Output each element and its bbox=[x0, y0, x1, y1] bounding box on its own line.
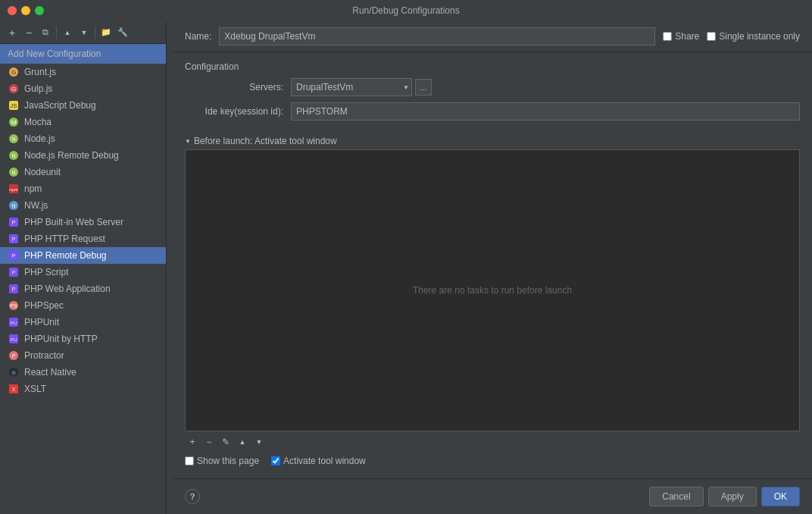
sidebar-item-xslt[interactable]: X XSLT bbox=[0, 381, 166, 397]
sidebar-list: G Grunt.js G Gulp.js JS JavaScript Debug… bbox=[0, 64, 166, 514]
before-launch-up-button[interactable]: ▲ bbox=[235, 434, 250, 450]
sidebar-item-protractor[interactable]: P Protractor bbox=[0, 347, 166, 364]
sidebar-item-mocha[interactable]: M Mocha bbox=[0, 114, 166, 130]
sidebar-item-php-builtin[interactable]: P PHP Built-in Web Server bbox=[0, 214, 166, 230]
protractor-icon: P bbox=[8, 349, 20, 362]
sidebar-item-grunt[interactable]: G Grunt.js bbox=[0, 64, 166, 80]
servers-more-button[interactable]: ... bbox=[415, 79, 432, 96]
sidebar-item-js-debug-label: JavaScript Debug bbox=[24, 100, 96, 111]
action-buttons: Cancel Apply OK bbox=[649, 487, 800, 506]
before-launch-header[interactable]: ▼ Before launch: Activate tool window bbox=[185, 136, 800, 146]
apply-button[interactable]: Apply bbox=[708, 487, 757, 506]
activate-window-label-text: Activate tool window bbox=[283, 456, 366, 466]
before-launch-edit-button[interactable]: ✎ bbox=[218, 434, 233, 450]
php-builtin-icon: P bbox=[8, 216, 20, 228]
svg-text:P: P bbox=[12, 220, 16, 225]
sidebar-item-nodejs-remote[interactable]: N Node.js Remote Debug bbox=[0, 147, 166, 164]
sidebar-item-php-http[interactable]: P PHP HTTP Request bbox=[0, 230, 166, 247]
sidebar-item-gulp-label: Gulp.js bbox=[24, 83, 52, 94]
single-instance-checkbox-label[interactable]: Single instance only bbox=[707, 31, 800, 42]
nw-icon: N bbox=[8, 199, 20, 212]
before-launch-down-button[interactable]: ▼ bbox=[251, 434, 267, 450]
wrench-button[interactable]: 🔧 bbox=[115, 25, 130, 40]
bottom-bar: ? Cancel Apply OK bbox=[173, 478, 812, 514]
sidebar-item-phpunit[interactable]: PU PHPUnit bbox=[0, 314, 166, 331]
gulp-icon: G bbox=[8, 83, 20, 95]
sidebar-item-nodeunit[interactable]: N Nodeunit bbox=[0, 164, 166, 180]
minimize-button[interactable] bbox=[21, 6, 30, 15]
phpunit-icon: PU bbox=[8, 316, 20, 328]
sidebar-item-js-debug[interactable]: JS JavaScript Debug bbox=[0, 97, 166, 114]
sidebar-item-phpunit-http-label: PHPUnit by HTTP bbox=[24, 334, 98, 344]
svg-text:PU: PU bbox=[11, 337, 17, 342]
before-launch-toolbar: + − ✎ ▲ ▼ bbox=[185, 431, 800, 453]
share-checkbox[interactable] bbox=[663, 32, 672, 41]
show-page-checkbox[interactable] bbox=[185, 456, 194, 465]
help-button[interactable]: ? bbox=[185, 489, 200, 504]
name-field-label: Name: bbox=[185, 31, 211, 42]
window-controls bbox=[8, 6, 44, 15]
remove-config-button[interactable]: − bbox=[21, 25, 36, 40]
before-launch-section: ▼ Before launch: Activate tool window Th… bbox=[185, 136, 800, 469]
activate-window-label[interactable]: Activate tool window bbox=[271, 456, 366, 466]
sidebar-item-grunt-label: Grunt.js bbox=[24, 67, 56, 77]
copy-config-button[interactable]: ⧉ bbox=[38, 25, 53, 40]
add-config-button[interactable]: + bbox=[5, 25, 20, 40]
move-down-button[interactable]: ▼ bbox=[77, 25, 92, 40]
maximize-button[interactable] bbox=[35, 6, 44, 15]
before-launch-area: There are no tasks to run before launch bbox=[185, 149, 800, 431]
sidebar: + − ⧉ ▲ ▼ 📁 🔧 Add New C bbox=[0, 21, 167, 514]
ide-key-row: Ide key(session id): bbox=[185, 102, 800, 121]
sidebar-item-npm[interactable]: npm npm bbox=[0, 180, 166, 197]
sidebar-item-php-web-label: PHP Web Application bbox=[24, 284, 111, 294]
title-bar: Run/Debug Configurations bbox=[0, 0, 812, 21]
copy-icon: ⧉ bbox=[42, 27, 48, 37]
collapse-arrow-icon: ▼ bbox=[185, 138, 191, 145]
sidebar-item-phpunit-http[interactable]: PU PHPUnit by HTTP bbox=[0, 331, 166, 347]
sidebar-item-nodejs-remote-label: Node.js Remote Debug bbox=[24, 150, 119, 161]
sidebar-item-nodejs[interactable]: N Node.js bbox=[0, 130, 166, 147]
sidebar-item-gulp[interactable]: G Gulp.js bbox=[0, 80, 166, 97]
sidebar-item-php-script-label: PHP Script bbox=[24, 267, 68, 277]
servers-label: Servers: bbox=[185, 82, 283, 92]
php-http-icon: P bbox=[8, 233, 20, 245]
toolbar-separator-2 bbox=[95, 27, 95, 39]
before-launch-remove-button[interactable]: − bbox=[201, 434, 217, 450]
svg-text:P: P bbox=[12, 253, 16, 259]
sidebar-item-phpspec[interactable]: PS PHPSpec bbox=[0, 297, 166, 314]
show-page-label[interactable]: Show this page bbox=[185, 456, 259, 466]
svg-text:G: G bbox=[11, 86, 16, 92]
sidebar-item-php-web[interactable]: P PHP Web Application bbox=[0, 281, 166, 297]
before-launch-add-button[interactable]: + bbox=[185, 434, 200, 450]
nodejs-icon: N bbox=[8, 133, 20, 145]
php-script-icon: P bbox=[8, 266, 20, 278]
sidebar-item-php-remote[interactable]: P PHP Remote Debug bbox=[0, 247, 166, 264]
sidebar-resize-handle[interactable]: ⋮ bbox=[167, 21, 173, 514]
servers-select-container: DrupalTestVm ▼ bbox=[291, 78, 412, 96]
svg-text:G: G bbox=[11, 69, 16, 76]
name-input[interactable] bbox=[219, 27, 655, 45]
sidebar-item-php-script[interactable]: P PHP Script bbox=[0, 264, 166, 281]
svg-text:M: M bbox=[11, 119, 17, 126]
share-label-text: Share bbox=[675, 31, 699, 42]
cancel-button[interactable]: Cancel bbox=[649, 487, 703, 506]
share-checkbox-label[interactable]: Share bbox=[663, 31, 699, 42]
wrench-icon: 🔧 bbox=[117, 27, 128, 37]
add-new-configuration-header[interactable]: Add New Configuration bbox=[0, 44, 166, 64]
sidebar-item-protractor-label: Protractor bbox=[24, 350, 64, 361]
svg-text:N: N bbox=[11, 136, 15, 142]
svg-text:N: N bbox=[11, 170, 15, 175]
sidebar-item-react[interactable]: ⚛ React Native bbox=[0, 364, 166, 381]
close-button[interactable] bbox=[8, 6, 17, 15]
sidebar-item-xslt-label: XSLT bbox=[24, 384, 46, 394]
svg-text:PU: PU bbox=[11, 321, 17, 325]
sidebar-item-nodejs-label: Node.js bbox=[24, 133, 55, 144]
activate-window-checkbox[interactable] bbox=[271, 456, 280, 465]
move-up-button[interactable]: ▲ bbox=[60, 25, 75, 40]
ok-button[interactable]: OK bbox=[761, 487, 800, 506]
sidebar-item-nw[interactable]: N NW.js bbox=[0, 197, 166, 214]
servers-select[interactable]: DrupalTestVm bbox=[291, 78, 412, 96]
single-instance-checkbox[interactable] bbox=[707, 32, 716, 41]
folder-button[interactable]: 📁 bbox=[98, 25, 114, 40]
ide-key-input[interactable] bbox=[291, 102, 800, 121]
